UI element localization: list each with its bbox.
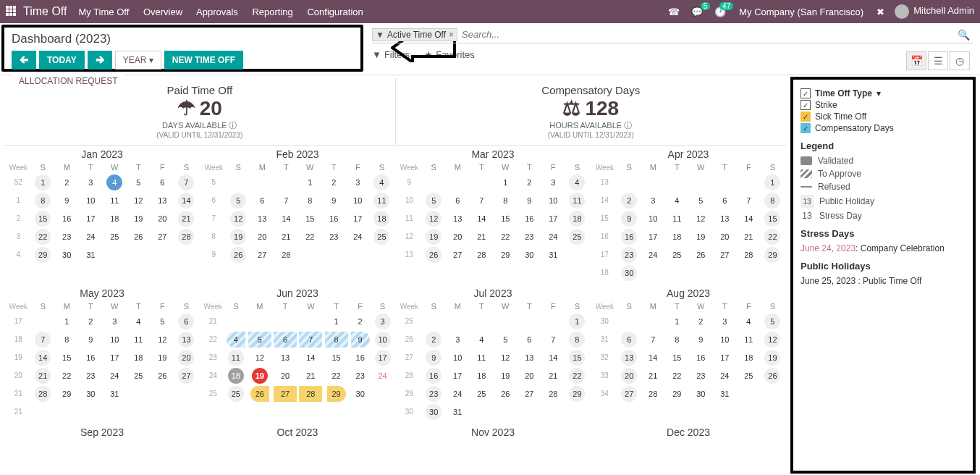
day-cell[interactable]: 15 [494,209,518,227]
day-cell[interactable]: 10 [446,348,470,366]
day-cell[interactable]: 4 [737,312,761,330]
day-cell[interactable]: 31 [713,384,737,403]
app-title[interactable]: Time Off [23,5,67,18]
day-cell[interactable]: 26 [494,384,518,403]
day-cell[interactable]: 16 [689,348,713,366]
day-cell[interactable]: 5 [151,312,174,330]
day-cell[interactable]: 10 [371,330,394,348]
day-cell[interactable]: 29 [761,245,785,264]
day-cell[interactable]: 14 [274,209,298,227]
day-cell[interactable]: 3 [446,330,470,348]
day-cell[interactable]: 7 [174,173,198,191]
day-cell[interactable]: 19 [227,227,250,245]
day-cell[interactable]: 24 [641,245,665,264]
day-cell[interactable]: 4 [565,173,589,191]
day-cell[interactable]: 29 [665,384,689,403]
day-cell[interactable]: 26 [127,227,151,245]
day-cell[interactable]: 27 [250,245,274,264]
day-cell[interactable]: 1 [494,173,518,191]
day-cell[interactable]: 19 [494,366,518,384]
day-cell[interactable]: 4 [665,191,689,209]
day-cell[interactable]: 18 [370,209,394,227]
day-cell[interactable]: 20 [250,227,274,245]
day-cell[interactable]: 13 [151,191,174,209]
day-cell[interactable]: 28 [174,227,198,245]
day-cell[interactable]: 20 [713,227,737,245]
day-cell[interactable]: 25 [470,384,494,403]
day-cell[interactable]: 8 [31,191,55,209]
day-cell[interactable]: 5 [127,173,151,191]
calendar-view-button[interactable]: 📅 [906,51,926,70]
day-cell[interactable]: 1 [761,173,785,191]
day-cell[interactable]: 19 [422,227,446,245]
day-cell[interactable]: 14 [31,348,55,366]
day-cell[interactable]: 2 [322,173,346,191]
day-cell[interactable]: 30 [689,384,713,403]
day-cell[interactable]: 26 [422,245,446,264]
day-cell[interactable]: 1 [565,312,589,330]
day-cell[interactable]: 23 [322,227,346,245]
phone-icon[interactable]: ☎ [668,7,680,17]
day-cell[interactable]: 23 [349,366,371,384]
day-cell[interactable]: 11 [103,191,127,209]
day-cell[interactable]: 30 [79,384,103,403]
type-strike[interactable]: ✓Strike [801,100,966,110]
day-cell[interactable]: 18 [470,366,494,384]
day-cell[interactable]: 6 [713,191,737,209]
day-cell[interactable]: 15 [31,209,55,227]
nav-reporting[interactable]: Reporting [252,7,292,17]
day-cell[interactable]: 5 [422,191,446,209]
info-icon[interactable]: ⓘ [229,121,237,130]
day-cell[interactable]: 2 [518,173,541,191]
day-cell[interactable]: 6 [272,330,297,348]
day-cell[interactable]: 12 [422,209,446,227]
day-cell[interactable]: 12 [689,209,713,227]
day-cell[interactable]: 17 [371,348,394,366]
day-cell[interactable]: 9 [79,330,103,348]
day-cell[interactable]: 21 [274,227,298,245]
day-cell[interactable]: 21 [737,227,761,245]
remove-filter[interactable]: × [449,30,454,40]
day-cell[interactable]: 18 [665,227,689,245]
day-cell[interactable]: 29 [31,245,55,264]
day-cell[interactable]: 2 [689,312,713,330]
day-cell[interactable]: 12 [151,330,174,348]
day-cell[interactable]: 29 [565,384,589,403]
day-cell[interactable]: 15 [761,209,785,227]
day-cell[interactable]: 19 [127,209,151,227]
day-cell[interactable]: 6 [446,191,470,209]
day-cell[interactable]: 8 [761,191,785,209]
day-cell[interactable]: 9 [617,209,641,227]
day-cell[interactable]: 29 [494,245,518,264]
day-cell[interactable]: 29 [324,384,349,403]
day-cell[interactable]: 2 [55,173,79,191]
day-cell[interactable]: 28 [737,245,761,264]
day-cell[interactable]: 27 [272,384,297,403]
day-cell[interactable]: 20 [446,227,470,245]
allocation-request-button[interactable]: ALLOCATION REQUEST [12,72,124,90]
day-cell[interactable]: 18 [103,209,127,227]
day-cell[interactable]: 19 [151,348,174,366]
day-cell[interactable]: 8 [298,191,322,209]
nav-configuration[interactable]: Configuration [307,7,363,17]
day-cell[interactable]: 12 [227,209,250,227]
day-cell[interactable]: 15 [665,348,689,366]
day-cell[interactable]: 30 [617,264,641,282]
day-cell[interactable]: 12 [127,191,151,209]
day-cell[interactable]: 13 [446,209,470,227]
day-cell[interactable]: 22 [31,227,55,245]
day-cell[interactable]: 2 [79,312,103,330]
day-cell[interactable]: 11 [565,191,589,209]
day-cell[interactable]: 7 [31,330,55,348]
day-cell[interactable]: 16 [322,209,346,227]
day-cell[interactable]: 30 [518,245,541,264]
day-cell[interactable]: 6 [151,173,174,191]
day-cell[interactable]: 14 [298,348,324,366]
day-cell[interactable]: 16 [79,348,103,366]
day-cell[interactable]: 14 [174,191,198,209]
day-cell[interactable]: 23 [518,227,541,245]
day-cell[interactable]: 9 [518,191,541,209]
day-cell[interactable]: 1 [298,173,322,191]
day-cell[interactable]: 10 [103,330,127,348]
day-cell[interactable]: 13 [272,348,297,366]
